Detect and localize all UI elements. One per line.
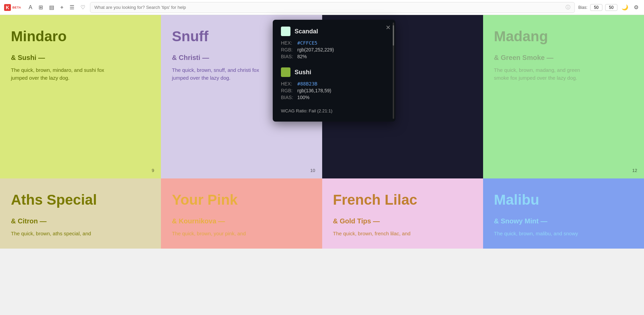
- moon-icon[interactable]: 🌙: [620, 3, 630, 12]
- popup-scrollbar[interactable]: [393, 22, 394, 119]
- color-entry-scandal: Scandal HEX: #CFFCE5 RGB: rgb(207,252,22…: [281, 27, 387, 59]
- card-body-mindaro: The quick, brown, mindaro, and sushi fox…: [11, 66, 106, 82]
- card-body-malibu: The quick, brown, malibu, and snowy: [494, 230, 589, 238]
- detail-row-rgb-sushi: RGB: rgb(136,178,59): [281, 88, 387, 93]
- right-controls: Bias: 🌙 ⚙: [578, 3, 640, 12]
- settings-icon[interactable]: ⚙: [632, 3, 640, 12]
- search-input[interactable]: [94, 5, 566, 10]
- heart-icon[interactable]: ♡: [79, 3, 87, 12]
- top-navigation: K BETA A ⊞ ▤ ⌖ ☰ ♡ ⓘ Bias: 🌙 ⚙: [0, 0, 644, 15]
- card-title-madang: Madang: [494, 29, 633, 44]
- color-swatch-scandal: [281, 27, 290, 36]
- card-subtitle-malibu: & Snowy Mint: [494, 217, 633, 225]
- hex-value-scandal: #CFFCE5: [297, 40, 317, 46]
- detail-row-rgb-scandal: RGB: rgb(207,252,229): [281, 47, 387, 52]
- card-number-snuff: 10: [310, 168, 315, 173]
- color-name-scandal: Scandal: [295, 28, 318, 35]
- hex-value-sushi: #88B23B: [297, 81, 317, 86]
- color-detail-popup: ✕ Scandal HEX: #CFFCE5 RGB: rgb(207,252,…: [273, 20, 395, 122]
- card-title-aths: Aths Special: [11, 192, 150, 208]
- detail-row-hex-sushi: HEX: #88B23B: [281, 81, 387, 86]
- color-entry-header-scandal: Scandal: [281, 27, 387, 36]
- list-icon[interactable]: ☰: [68, 3, 76, 12]
- hex-label-scandal: HEX:: [281, 40, 295, 46]
- card-number-madang: 12: [632, 168, 637, 173]
- card-title-mindaro: Mindaro: [11, 29, 150, 44]
- bias-label-scandal: BIAS:: [281, 54, 295, 59]
- bias-input-2[interactable]: [605, 4, 617, 11]
- card-your-pink[interactable]: Your Pink & Kournikova The quick, brown,…: [161, 178, 322, 249]
- wcag-ratio: WCAG Ratio: Fail (2.21:1): [281, 108, 387, 113]
- card-title-frenchlilac: French Lilac: [333, 192, 472, 208]
- bias-label-sushi: BIAS:: [281, 95, 295, 100]
- color-name-sushi: Sushi: [295, 69, 311, 76]
- card-body-yourpink: The quick, brown, your pink, and: [172, 230, 267, 238]
- rgb-value-sushi: rgb(136,178,59): [297, 88, 331, 93]
- detail-row-hex-scandal: HEX: #CFFCE5: [281, 40, 387, 46]
- card-body-frenchlilac: The quick, brown, french lilac, and: [333, 230, 429, 238]
- info-icon: ⓘ: [566, 4, 570, 11]
- card-mindaro[interactable]: Mindaro & Sushi The quick, brown, mindar…: [0, 15, 161, 178]
- grid-icon[interactable]: ⊞: [37, 3, 44, 12]
- card-title-yourpink: Your Pink: [172, 192, 311, 208]
- card-body-madang: The quick, brown, madang, and green smok…: [494, 66, 589, 82]
- logo-area: K BETA: [4, 4, 21, 11]
- color-entry-header-sushi: Sushi: [281, 67, 387, 77]
- popup-close-button[interactable]: ✕: [386, 24, 391, 31]
- card-french-lilac[interactable]: French Lilac & Gold Tips The quick, brow…: [322, 178, 483, 249]
- card-subtitle-mindaro: & Sushi: [11, 54, 150, 62]
- card-number-mindaro: 9: [152, 168, 154, 173]
- card-subtitle-frenchlilac: & Gold Tips: [333, 217, 472, 225]
- search-bar[interactable]: ⓘ: [90, 2, 575, 13]
- card-body-aths: The quick, brown, aths special, and: [11, 230, 106, 238]
- card-malibu[interactable]: Malibu & Snowy Mint The quick, brown, ma…: [483, 178, 644, 249]
- bias-input-1[interactable]: [590, 4, 602, 11]
- rgb-value-scandal: rgb(207,252,229): [297, 47, 334, 52]
- scrollbar-thumb: [393, 25, 394, 46]
- bias-value-scandal: 82%: [297, 54, 307, 59]
- font-icon[interactable]: A: [27, 3, 34, 12]
- color-entry-sushi: Sushi HEX: #88B23B RGB: rgb(136,178,59) …: [281, 67, 387, 100]
- rgb-label-scandal: RGB:: [281, 47, 295, 52]
- card-subtitle-yourpink: & Kournikova: [172, 217, 311, 225]
- card-subtitle-aths: & Citron: [11, 217, 150, 225]
- hex-label-sushi: HEX:: [281, 81, 295, 86]
- detail-row-bias-sushi: BIAS: 100%: [281, 95, 387, 100]
- layout-icon[interactable]: ▤: [48, 3, 56, 12]
- logo-k: K: [4, 4, 11, 11]
- bias-label: Bias:: [578, 5, 587, 10]
- cursor-icon[interactable]: ⌖: [59, 3, 65, 12]
- card-aths-special[interactable]: Aths Special & Citron The quick, brown, …: [0, 178, 161, 249]
- bias-value-sushi: 100%: [297, 95, 310, 100]
- card-madang[interactable]: Madang & Green Smoke The quick, brown, m…: [483, 15, 644, 178]
- rgb-label-sushi: RGB:: [281, 88, 295, 93]
- card-body-snuff: The quick, brown, snuff, and christi fox…: [172, 66, 267, 82]
- card-title-malibu: Malibu: [494, 192, 633, 208]
- color-swatch-sushi: [281, 67, 290, 77]
- card-subtitle-madang: & Green Smoke: [494, 54, 633, 62]
- beta-badge: BETA: [12, 6, 21, 9]
- detail-row-bias-scandal: BIAS: 82%: [281, 54, 387, 59]
